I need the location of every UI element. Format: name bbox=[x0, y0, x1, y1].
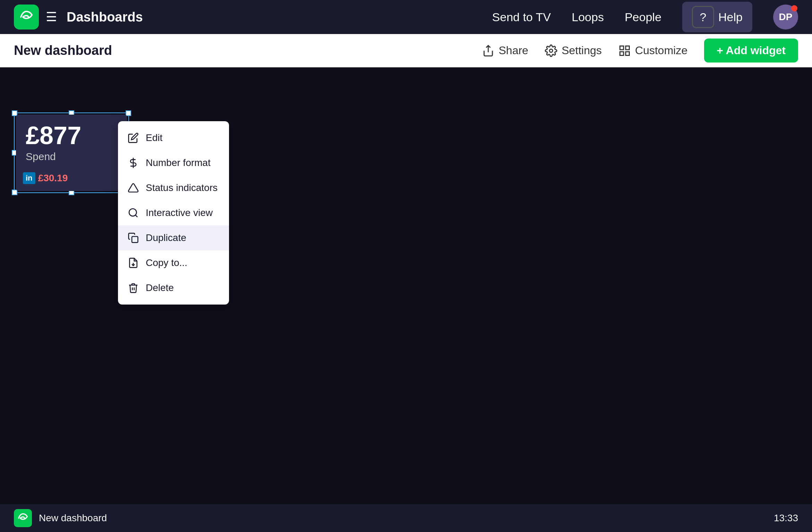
number-format-label: Number format bbox=[146, 157, 211, 168]
edit-icon bbox=[128, 132, 139, 143]
resize-handle-bottom-left[interactable] bbox=[12, 190, 17, 195]
linkedin-badge: in bbox=[23, 172, 35, 184]
edit-label: Edit bbox=[146, 132, 162, 143]
send-to-tv-link[interactable]: Send to TV bbox=[492, 10, 551, 24]
loops-link[interactable]: Loops bbox=[572, 10, 604, 24]
status-indicators-label: Status indicators bbox=[146, 182, 218, 193]
copy-arrow-icon bbox=[128, 257, 139, 268]
svg-point-6 bbox=[129, 209, 136, 216]
widget-sub-amount: £30.19 bbox=[38, 173, 68, 184]
svg-rect-8 bbox=[132, 236, 138, 242]
app-logo[interactable] bbox=[14, 5, 39, 30]
trash-icon bbox=[128, 282, 139, 293]
help-icon: ? bbox=[692, 6, 714, 28]
dashboard-canvas[interactable]: £877 Spend in £30.19 Edit Number format bbox=[0, 67, 812, 504]
svg-rect-3 bbox=[620, 52, 624, 56]
svg-point-0 bbox=[550, 49, 553, 52]
user-avatar[interactable]: DP bbox=[773, 5, 798, 30]
widget-card: £877 Spend in £30.19 bbox=[16, 115, 127, 191]
footer-title: New dashboard bbox=[39, 513, 767, 524]
subheader-actions: Share Settings Customize + Add widget bbox=[482, 39, 798, 63]
notification-dot bbox=[791, 5, 797, 11]
navbar-title: Dashboards bbox=[67, 10, 485, 25]
footer-logo bbox=[14, 509, 32, 527]
settings-button[interactable]: Settings bbox=[545, 44, 602, 57]
context-menu-number-format[interactable]: Number format bbox=[118, 150, 229, 175]
delete-label: Delete bbox=[146, 282, 174, 293]
share-button[interactable]: Share bbox=[482, 44, 528, 57]
widget-label: Spend bbox=[26, 151, 117, 163]
svg-rect-4 bbox=[626, 52, 629, 56]
customize-button[interactable]: Customize bbox=[618, 44, 687, 57]
page-title: New dashboard bbox=[14, 43, 482, 58]
context-menu-delete[interactable]: Delete bbox=[118, 275, 229, 300]
context-menu-interactive-view[interactable]: Interactive view bbox=[118, 200, 229, 225]
navbar: ☰ Dashboards Send to TV Loops People ? H… bbox=[0, 0, 812, 34]
menu-icon[interactable]: ☰ bbox=[46, 10, 57, 24]
svg-rect-1 bbox=[620, 46, 624, 50]
context-menu-copy-to[interactable]: Copy to... bbox=[118, 250, 229, 275]
widget-badge: in £30.19 bbox=[23, 172, 68, 184]
widget-container[interactable]: £877 Spend in £30.19 bbox=[14, 113, 129, 193]
duplicate-label: Duplicate bbox=[146, 232, 186, 243]
svg-line-7 bbox=[135, 215, 137, 217]
dollar-icon bbox=[128, 157, 139, 168]
widget-amount: £877 bbox=[26, 123, 117, 148]
interactive-view-label: Interactive view bbox=[146, 207, 213, 218]
navbar-actions: Send to TV Loops People ? Help DP bbox=[492, 2, 798, 32]
subheader: New dashboard Share Settings Customize bbox=[0, 34, 812, 67]
people-link[interactable]: People bbox=[625, 10, 661, 24]
footer: New dashboard 13:33 bbox=[0, 504, 812, 532]
search-icon bbox=[128, 207, 139, 218]
context-menu: Edit Number format Status indicators Int… bbox=[118, 121, 229, 305]
context-menu-status-indicators[interactable]: Status indicators bbox=[118, 175, 229, 200]
help-button[interactable]: ? Help bbox=[682, 2, 752, 32]
duplicate-icon bbox=[128, 232, 139, 243]
footer-time: 13:33 bbox=[774, 513, 798, 524]
copy-to-label: Copy to... bbox=[146, 257, 187, 268]
resize-handle-top-right[interactable] bbox=[126, 110, 131, 116]
customize-icon bbox=[618, 44, 631, 57]
settings-icon bbox=[545, 44, 557, 57]
context-menu-edit[interactable]: Edit bbox=[118, 125, 229, 150]
triangle-icon bbox=[128, 182, 139, 193]
add-widget-button[interactable]: + Add widget bbox=[704, 39, 798, 63]
context-menu-duplicate[interactable]: Duplicate bbox=[118, 225, 229, 250]
share-icon bbox=[482, 44, 494, 57]
svg-rect-2 bbox=[626, 46, 629, 50]
